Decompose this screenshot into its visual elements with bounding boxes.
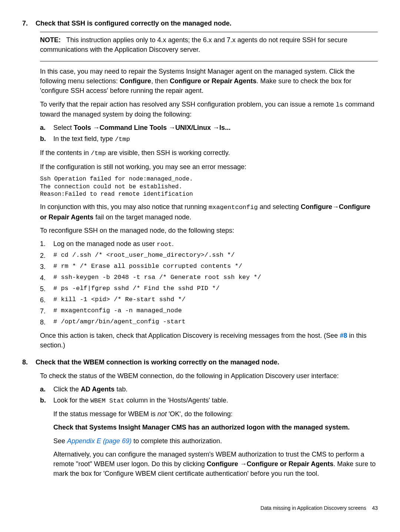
text: #: [53, 274, 61, 281]
tab-ad-agents: AD Agents: [81, 385, 114, 393]
error-code-block: Ssh Operation failed for node:managed_no…: [40, 175, 378, 198]
step-cmd: # mxagentconfig -a -n managed_node: [53, 306, 182, 316]
text-not: not: [157, 410, 167, 418]
text: If the status message for WBEM is: [53, 410, 157, 418]
s8-p1: To check the status of the WBEM connecti…: [40, 371, 378, 381]
cmd: mxagentconfig -a -n managed_node: [61, 307, 181, 314]
step-cmd: # ssh-keygen -b 2048 -t rsa /* Generate …: [53, 273, 261, 283]
step-cmd: # kill -1 <pid> /* Re-start sshd */: [53, 295, 186, 305]
s7-p1: In this case, you may need to repair the…: [40, 67, 378, 95]
step-4: 4. # ssh-keygen -b 2048 -t rsa /* Genera…: [40, 273, 378, 283]
text: In conjunction with this, you may also n…: [40, 203, 209, 211]
link-step8[interactable]: #8: [340, 332, 347, 339]
text: and selecting: [258, 203, 301, 211]
step-a-body: Click the AD Agents tab.: [53, 384, 378, 394]
step-6: 6. # kill -1 <pid> /* Re-start sshd */: [40, 295, 378, 305]
text: #: [53, 285, 61, 292]
text: Once this action is taken, check that Ap…: [40, 332, 340, 339]
s7-p7: Once this action is taken, check that Ap…: [40, 331, 378, 350]
text: .: [172, 240, 174, 248]
text: To verify that the repair action has res…: [40, 101, 336, 108]
menu-configure-repair: Configure →Configure or Repair Agents: [207, 460, 333, 468]
s7-p5: In conjunction with this, you may also n…: [40, 202, 378, 222]
cmd: cd /.ssh /* <root_user_home_directory>/.…: [61, 252, 234, 259]
s7-p6: To reconfigure SSH on the managed node, …: [40, 226, 378, 235]
label-b: b.: [40, 134, 48, 144]
step-num: 5.: [40, 284, 48, 294]
section-7-body: NOTE: This instruction applies only to 4…: [40, 32, 378, 350]
cmd: rm * /* Erase all possible corrupted con…: [61, 263, 242, 270]
step-num: 4.: [40, 273, 48, 283]
step-b-body: In the text field, type /tmp: [53, 134, 378, 144]
text: 'OK', do the following:: [167, 410, 233, 418]
text: Log on the managed node as user: [53, 240, 157, 248]
label-a: a.: [40, 123, 48, 132]
note-paragraph: NOTE: This instruction applies only to 4…: [40, 35, 378, 54]
s7-alpha-list: a. Select Tools →Command Line Tools →UNI…: [40, 123, 378, 144]
label-b: b.: [40, 395, 48, 482]
s8-b-bold: Check that Systems Insight Manager CMS h…: [53, 422, 378, 432]
section-8: 8. Check that the WBEM connection is wor…: [22, 357, 378, 482]
section-7-title: Check that SSH is configured correctly o…: [36, 18, 231, 28]
page-footer: Data missing in Application Discovery sc…: [22, 504, 378, 512]
text: fail on the target managed node.: [93, 213, 191, 221]
cmd: ps -elf|fgrep sshd /* Find the sshd PID …: [61, 285, 219, 292]
text: column in the 'Hosts/Agents' table.: [124, 397, 228, 404]
step-cmd: # ps -elf|fgrep sshd /* Find the sshd PI…: [53, 284, 220, 294]
text: In the text field, type: [53, 135, 115, 142]
step-num: 8.: [40, 317, 48, 327]
cmd: /opt/amgr/bin/agent_config -start: [61, 318, 186, 325]
text: #: [53, 263, 61, 270]
step-num: 3.: [40, 262, 48, 272]
step-num: 6.: [40, 295, 48, 305]
cmd-ls: ls: [336, 101, 343, 108]
step-7: 7. # mxagentconfig -a -n managed_node: [40, 306, 378, 316]
section-8-body: To check the status of the WBEM connecti…: [40, 371, 378, 482]
s8-b-line2: If the status message for WBEM is not 'O…: [53, 409, 378, 419]
step-b-body: Look for the WBEM Stat column in the 'Ho…: [53, 395, 378, 482]
section-8-number: 8.: [22, 357, 30, 367]
step-text: Log on the managed node as user root.: [53, 239, 174, 249]
path-tmp: /tmp: [91, 150, 106, 157]
note-text: This instruction applies only to 4.x age…: [40, 36, 347, 53]
section-7: 7. Check that SSH is configured correctl…: [22, 18, 378, 350]
step-1: 1. Log on the managed node as user root.: [40, 239, 378, 249]
s8-b-line1: Look for the WBEM Stat column in the 'Ho…: [53, 395, 378, 406]
note-label: NOTE:: [40, 36, 61, 44]
page-number: 43: [372, 505, 378, 511]
text: , then: [151, 77, 170, 85]
menu-path: Tools →Command Line Tools →UNIX/Linux →l…: [74, 124, 230, 131]
text: #: [53, 252, 61, 259]
section-8-header: 8. Check that the WBEM connection is wor…: [22, 357, 378, 367]
text: If the contents in: [40, 149, 91, 156]
text: Click the: [53, 385, 81, 393]
section-8-title: Check that the WBEM connection is workin…: [36, 357, 279, 367]
step-3: 3. # rm * /* Erase all possible corrupte…: [40, 262, 378, 272]
text: Look for the: [53, 397, 90, 404]
s7-step-b: b. In the text field, type /tmp: [40, 134, 378, 144]
step-num: 1.: [40, 239, 48, 249]
step-cmd: # cd /.ssh /* <root_user_home_directory>…: [53, 251, 235, 260]
menu-configure-repair: Configure or Repair Agents: [170, 77, 256, 85]
text: to complete this authorization.: [131, 437, 222, 445]
s7-numbered-steps: 1. Log on the managed node as user root.…: [40, 239, 378, 327]
link-appendix-e[interactable]: Appendix E (page 69): [67, 437, 131, 445]
text: #: [53, 296, 61, 303]
step-num: 2.: [40, 251, 48, 260]
text: Select: [53, 124, 74, 131]
cmd-mxagentconfig: mxagentconfig: [209, 204, 258, 211]
step-cmd: # rm * /* Erase all possible corrupted c…: [53, 262, 242, 272]
step-cmd: # /opt/amgr/bin/agent_config -start: [53, 317, 186, 327]
section-7-number: 7.: [22, 18, 30, 28]
step-2: 2. # cd /.ssh /* <root_user_home_directo…: [40, 251, 378, 260]
label-a: a.: [40, 384, 48, 394]
section-7-header: 7. Check that SSH is configured correctl…: [22, 18, 378, 28]
s8-step-a: a. Click the AD Agents tab.: [40, 384, 378, 394]
s8-alpha-list: a. Click the AD Agents tab. b. Look for …: [40, 384, 378, 482]
step-5: 5. # ps -elf|fgrep sshd /* Find the sshd…: [40, 284, 378, 294]
cmd: ssh-keygen -b 2048 -t rsa /* Generate ro…: [61, 274, 261, 281]
text: #: [53, 318, 61, 325]
text: tab.: [114, 385, 127, 393]
s7-step-a: a. Select Tools →Command Line Tools →UNI…: [40, 123, 378, 132]
s8-b-line3: See Appendix E (page 69) to complete thi…: [53, 436, 378, 446]
